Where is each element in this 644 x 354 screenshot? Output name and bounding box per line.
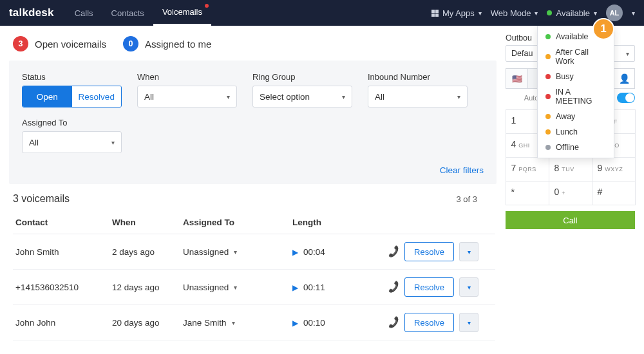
notification-dot-icon — [205, 4, 209, 8]
phone-icon[interactable]: 📞 — [386, 280, 401, 293]
my-apps-label: My Apps — [442, 8, 475, 18]
dialpad-key-8[interactable]: 8TUV — [549, 157, 592, 182]
callout-badge: 1 — [592, 18, 614, 40]
nav-voicemails[interactable]: Voicemails — [153, 0, 211, 26]
assigned-dropdown[interactable]: Jane Smith ▾ — [183, 318, 235, 328]
ring-group-filter-label: Ring Group — [252, 72, 352, 82]
assigned-dropdown[interactable]: Unassigned ▾ — [183, 283, 237, 292]
status-dot-icon — [547, 10, 552, 15]
status-dot-icon — [545, 74, 551, 79]
status-dot-icon — [545, 94, 551, 99]
status-option[interactable]: After Call Work — [538, 44, 614, 69]
chevron-down-icon: ▾ — [234, 284, 237, 291]
assigned-dropdown[interactable]: Unassigned ▾ — [183, 247, 237, 257]
inbound-number-select[interactable]: All▾ — [368, 86, 468, 107]
voicemail-table: Contact When Assigned To Length John Smi… — [13, 212, 495, 340]
status-menu: AvailableAfter Call WorkBusyIN A MEETING… — [537, 26, 614, 158]
call-button[interactable]: Call — [506, 211, 635, 229]
chevron-down-icon: ▾ — [478, 10, 482, 17]
when-select[interactable]: All▾ — [137, 86, 237, 107]
dialpad-key-0[interactable]: 0+ — [549, 181, 592, 205]
contact-picker-button[interactable]: 👤 — [613, 68, 635, 89]
cell-when: 2 days ago — [109, 234, 180, 270]
assigned-to-filter-label: Assigned To — [22, 118, 122, 127]
cell-contact: John Smith — [13, 234, 109, 270]
row-more-button[interactable]: ▾ — [459, 313, 478, 332]
autocomplete-toggle[interactable] — [617, 93, 635, 103]
col-assigned: Assigned To — [180, 212, 290, 234]
row-more-button[interactable]: ▾ — [459, 277, 478, 297]
status-dot-icon — [545, 54, 551, 59]
chevron-down-icon: ▾ — [111, 139, 115, 146]
play-icon[interactable]: ▶ — [292, 248, 298, 257]
chevron-down-icon: ▾ — [227, 93, 230, 100]
when-filter-label: When — [137, 72, 237, 82]
topbar: talkdesk CallsContactsVoicemails My Apps… — [0, 0, 644, 26]
nav-contacts[interactable]: Contacts — [102, 0, 153, 26]
chevron-down-icon: ▾ — [594, 10, 597, 17]
phone-icon[interactable]: 📞 — [386, 315, 401, 329]
status-dot-icon — [545, 114, 551, 119]
open-voicemails-label: Open voicemails — [35, 39, 106, 50]
play-icon[interactable]: ▶ — [292, 319, 298, 328]
nav-calls[interactable]: Calls — [66, 0, 102, 26]
dialpad-key-*[interactable]: * — [506, 181, 549, 205]
clear-filters-link[interactable]: Clear filters — [440, 165, 484, 175]
status-label: Available — [556, 8, 590, 18]
open-count-badge: 3 — [13, 36, 28, 51]
web-mode-label: Web Mode — [491, 8, 531, 18]
status-dot-icon — [545, 34, 551, 39]
results: 3 voicemails 3 of 3 Contact When Assigne… — [9, 184, 497, 340]
brand-logo: talkdesk — [9, 6, 54, 19]
ring-group-select[interactable]: Select option▾ — [252, 86, 352, 107]
cell-contact: +141536032510 — [13, 270, 109, 305]
status-dropdown[interactable]: Available ▾ — [547, 8, 597, 18]
resolve-button[interactable]: Resolve — [404, 313, 454, 332]
status-option[interactable]: Offline — [538, 140, 614, 155]
assigned-to-select[interactable]: All▾ — [22, 131, 122, 153]
table-row: +14153603251012 days agoUnassigned ▾▶00:… — [13, 270, 495, 305]
voicemail-tabs: 3 Open voicemails 0 Assigned to me — [9, 36, 497, 51]
country-flag[interactable]: 🇺🇸 — [506, 68, 527, 89]
phone-icon[interactable]: 📞 — [386, 245, 401, 258]
cell-when: 20 days ago — [109, 305, 180, 340]
chevron-down-icon: ▾ — [535, 10, 538, 17]
status-option[interactable]: IN A MEETING — [538, 84, 614, 109]
cell-when: 12 days ago — [109, 270, 180, 305]
dialpad-key-#[interactable]: # — [592, 181, 636, 205]
chevron-down-icon: ▾ — [342, 93, 345, 100]
status-resolved-button[interactable]: Resolved — [72, 86, 122, 107]
tab-assigned-to-me[interactable]: 0 Assigned to me — [123, 36, 211, 51]
dialpad-key-9[interactable]: 9WXYZ — [592, 157, 636, 182]
results-count: 3 voicemails — [13, 193, 70, 205]
my-apps-dropdown[interactable]: My Apps ▾ — [431, 8, 482, 18]
cell-length: 00:04 — [303, 247, 325, 257]
status-filter-label: Status — [22, 72, 122, 82]
grid-icon — [431, 10, 439, 17]
table-row: John John20 days agoJane Smith ▾▶00:10📞R… — [13, 305, 495, 340]
status-dot-icon — [545, 129, 551, 135]
chevron-down-icon: ▾ — [457, 93, 460, 100]
chevron-down-icon: ▾ — [232, 319, 235, 326]
col-contact: Contact — [13, 212, 109, 234]
status-open-button[interactable]: Open — [23, 86, 72, 107]
cell-length: 00:11 — [303, 283, 325, 292]
status-option[interactable]: Busy — [538, 69, 614, 84]
dialpad-key-7[interactable]: 7PQRS — [506, 157, 549, 182]
resolve-button[interactable]: Resolve — [404, 242, 454, 261]
cell-length: 00:10 — [303, 318, 325, 328]
avatar-chevron-icon[interactable]: ▾ — [632, 10, 635, 17]
resolve-button[interactable]: Resolve — [404, 277, 454, 297]
web-mode-dropdown[interactable]: Web Mode ▾ — [491, 8, 538, 18]
inbound-number-filter-label: Inbound Number — [368, 72, 468, 82]
filter-panel: Status Open Resolved When All▾ Ring Grou… — [9, 61, 497, 184]
cell-contact: John John — [13, 305, 109, 340]
status-option[interactable]: Lunch — [538, 124, 614, 140]
row-more-button[interactable]: ▾ — [459, 242, 478, 261]
assigned-to-me-label: Assigned to me — [145, 39, 211, 50]
col-when: When — [109, 212, 180, 234]
assigned-count-badge: 0 — [123, 36, 138, 51]
tab-open-voicemails[interactable]: 3 Open voicemails — [13, 36, 106, 51]
play-icon[interactable]: ▶ — [292, 283, 298, 292]
status-option[interactable]: Away — [538, 109, 614, 124]
